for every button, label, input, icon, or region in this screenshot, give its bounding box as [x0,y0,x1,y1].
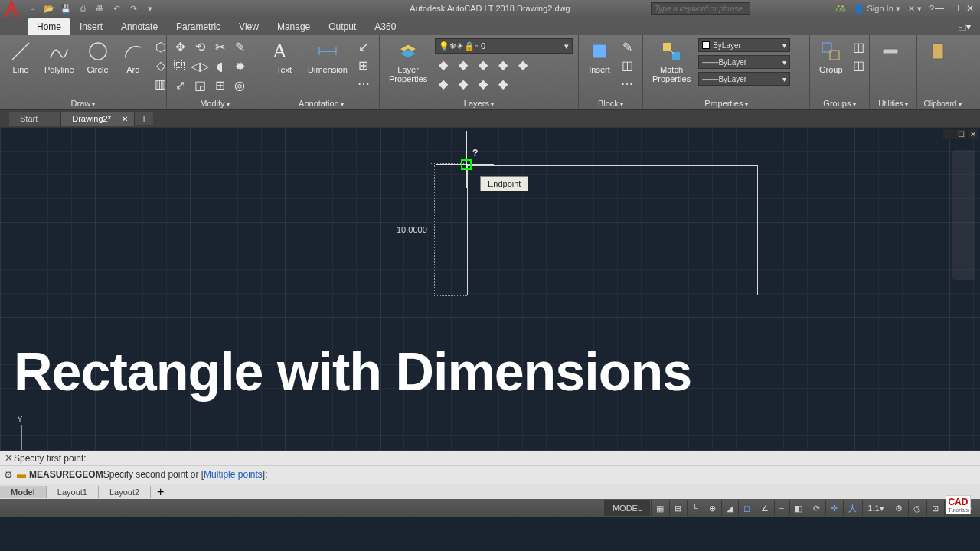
group-button[interactable]: Group [815,38,848,76]
status-otrack-icon[interactable]: ∠ [756,500,773,516]
search-input[interactable] [651,2,750,15]
erase-icon[interactable]: ✎ [231,38,248,55]
cmd-customize-icon[interactable]: ⚙ [3,469,14,481]
close-tab-icon[interactable]: ✕ [122,115,128,123]
undo-icon[interactable]: ↶ [110,2,122,15]
status-units-icon[interactable]: ⊡ [926,500,943,516]
tab-a360[interactable]: A360 [365,18,405,35]
panel-annotation-label[interactable]: Annotation [268,97,374,109]
new-icon[interactable]: ▫ [26,2,38,15]
layer-tool3-icon[interactable]: ◆ [475,56,492,73]
infocenter-icon[interactable]: 👬 [835,4,846,14]
layer-tool6-icon[interactable]: ◆ [435,75,452,92]
panel-clipboard-label[interactable]: Clipboard [922,98,963,109]
status-snap-icon[interactable]: ⊞ [669,500,686,516]
tab-insert[interactable]: Insert [70,18,112,35]
tab-output[interactable]: Output [319,18,365,35]
table-icon[interactable]: ⊞ [355,57,372,73]
cmd-close-icon[interactable]: ✕ [3,452,14,464]
ungroup-icon[interactable]: ◫ [851,38,867,55]
panel-draw-label[interactable]: Draw [5,97,162,109]
panel-modify-label[interactable]: Modify [172,97,258,109]
layer-tool8-icon[interactable]: ◆ [475,75,492,92]
layer-tool4-icon[interactable]: ◆ [495,56,511,73]
explode-icon[interactable]: ✸ [231,57,248,74]
tab-manage[interactable]: Manage [268,18,319,35]
vp-close-icon[interactable]: ✕ [968,129,978,139]
status-osnap-icon[interactable]: ◻ [738,500,755,516]
insert-block-button[interactable]: Insert [583,38,616,76]
line-button[interactable]: Line [5,38,37,76]
signin-button[interactable]: 👤 Sign In ▾ [854,4,900,14]
status-transparency-icon[interactable]: ◧ [789,500,807,516]
tab-annotate[interactable]: Annotate [112,18,167,35]
layer-tool5-icon[interactable]: ◆ [514,56,531,73]
layout2-tab[interactable]: Layout2 [99,486,151,498]
status-annomon-icon[interactable]: ◎ [908,500,926,516]
polyline-button[interactable]: Polyline [40,38,79,76]
panel-layers-label[interactable]: Layers [384,97,573,109]
file-tab-drawing[interactable]: Drawing2*✕ [61,112,135,126]
block-create-icon[interactable]: ◫ [619,57,635,73]
color-dropdown[interactable]: ByLayer▾ [698,38,790,52]
ribbon-expand-icon[interactable]: ◱▾ [949,18,980,35]
scale-icon[interactable]: ◲ [191,77,208,93]
lineweight-dropdown[interactable]: ─── ByLayer▾ [698,55,790,69]
saveas-icon[interactable]: ⎙ [77,2,89,15]
move-icon[interactable]: ✥ [172,38,188,55]
measure-button[interactable] [874,38,906,64]
dimension-button[interactable]: Dimension [303,38,352,76]
qat-dropdown-icon[interactable]: ▾ [144,2,156,15]
status-grid-icon[interactable]: ▦ [651,500,668,516]
array-icon[interactable]: ⊞ [211,77,228,93]
status-dynmode-icon[interactable]: ✛ [825,500,842,516]
group-edit-icon[interactable]: ◫ [851,57,867,73]
arc-button[interactable]: Arc [117,38,149,76]
model-tab[interactable]: Model [0,486,47,498]
status-polar-icon[interactable]: ⊕ [704,500,720,516]
stretch-icon[interactable]: ⤢ [172,77,188,93]
add-tab-button[interactable]: + [135,112,153,125]
offset-icon[interactable]: ◎ [231,77,248,93]
status-lwt-icon[interactable]: ≡ [774,500,789,516]
file-tab-start[interactable]: Start [9,112,61,126]
mirror-icon[interactable]: ◁▷ [191,57,208,74]
paste-button[interactable] [922,38,954,64]
vp-minimize-icon[interactable]: — [943,129,954,139]
save-icon[interactable]: 💾 [60,2,72,15]
status-isodraft-icon[interactable]: ◢ [721,500,737,516]
layer-dropdown[interactable]: 💡❄☀🔒▫ 0▾ [435,38,573,54]
status-model-button[interactable]: MODEL [604,500,650,516]
layer-tool9-icon[interactable]: ◆ [495,75,511,92]
match-properties-button[interactable]: Match Properties [648,38,695,85]
close-button[interactable]: ✕ [963,2,977,15]
maximize-button[interactable]: ☐ [948,2,962,15]
tab-view[interactable]: View [230,18,268,35]
fillet-icon[interactable]: ◖ [211,57,228,74]
open-icon[interactable]: 📂 [43,2,55,15]
status-scale-button[interactable]: 1:1 ▾ [862,500,888,516]
leader-icon[interactable]: ↙ [355,38,372,55]
panel-block-label[interactable]: Block [583,97,638,109]
linetype-dropdown[interactable]: ─── ByLayer▾ [698,72,790,86]
panel-utilities-label[interactable]: Utilities [874,98,912,109]
vp-maximize-icon[interactable]: ☐ [956,129,966,139]
layer-tool1-icon[interactable]: ◆ [435,56,452,73]
status-workspace-icon[interactable]: ⚙ [890,500,907,516]
cmd-option[interactable]: Multiple points [204,469,263,480]
layer-tool2-icon[interactable]: ◆ [455,56,472,73]
rotate-icon[interactable]: ⟲ [191,38,208,55]
block-edit-icon[interactable]: ✎ [619,38,635,55]
redo-icon[interactable]: ↷ [127,2,139,15]
layout1-tab[interactable]: Layout1 [47,486,99,498]
status-annoscale-icon[interactable]: 人 [843,500,861,516]
command-line[interactable]: ✕Specify first point: ⚙▬MEASUREGEOM Spec… [0,450,980,484]
add-layout-button[interactable]: + [151,484,170,500]
layer-tool7-icon[interactable]: ◆ [455,75,472,92]
panel-groups-label[interactable]: Groups [815,97,864,109]
status-ortho-icon[interactable]: └ [687,500,703,516]
plot-icon[interactable]: 🖶 [93,2,106,15]
app-menu-button[interactable] [0,0,23,17]
tab-home[interactable]: Home [28,18,70,35]
navigation-bar[interactable] [952,150,975,280]
